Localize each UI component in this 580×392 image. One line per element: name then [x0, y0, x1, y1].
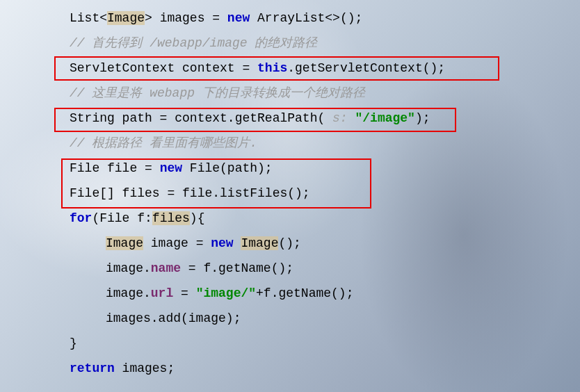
string-literal: "image/": [196, 286, 256, 300]
code-text: ){: [190, 211, 205, 225]
code-text: File[] files = file.listFiles();: [70, 186, 310, 200]
string-literal: "/image": [355, 111, 414, 125]
keyword-this: this: [257, 61, 287, 75]
code-text: image.: [106, 261, 151, 275]
keyword-new: new: [211, 236, 233, 250]
highlighted-type: Image: [241, 236, 278, 250]
code-text: ArrayList<>();: [250, 11, 362, 25]
member-access: name: [151, 261, 181, 275]
code-line-2: // 首先得到 /webapp/image 的绝对路径: [70, 31, 580, 56]
code-text: File(path);: [182, 161, 273, 175]
code-text: File file =: [70, 161, 160, 175]
code-line-9: for(File f:files){: [70, 206, 580, 231]
code-line-12: image.url = "image/"+f.getName();: [70, 281, 580, 306]
code-text: [234, 236, 241, 250]
keyword-for: for: [70, 211, 92, 225]
code-text: ServletContext context =: [70, 61, 257, 75]
member-access: url: [151, 286, 173, 300]
code-text: ();: [278, 236, 300, 250]
code-line-4: // 这里是将 webapp 下的目录转换成一个绝对路径: [70, 81, 580, 106]
highlighted-type: Image: [107, 11, 145, 25]
keyword-return: return: [70, 361, 115, 375]
code-line-10: Image image = new Image();: [70, 231, 580, 256]
code-text: );: [415, 111, 430, 125]
code-text: .getServletContext();: [287, 61, 445, 75]
code-text: image.: [106, 286, 151, 300]
keyword-new: new: [227, 11, 250, 25]
code-text: List<: [70, 11, 107, 25]
code-text: =: [173, 286, 195, 300]
code-text: = f.getName();: [181, 261, 293, 275]
code-line-14: }: [70, 331, 580, 356]
code-text: images;: [115, 361, 175, 375]
code-line-6: // 根据路径 看里面有哪些图片.: [70, 131, 580, 156]
comment-text: // 根据路径 看里面有哪些图片.: [70, 136, 257, 150]
code-editor: List<Image> images = new ArrayList<>(); …: [0, 6, 580, 381]
highlighted-var: files: [152, 211, 190, 225]
code-line-11: image.name = f.getName();: [70, 256, 580, 281]
code-line-3: ServletContext context = this.getServlet…: [70, 56, 580, 81]
comment-text: // 首先得到 /webapp/image 的绝对路径: [70, 36, 317, 50]
code-text: (File f:: [92, 211, 152, 225]
closing-brace: }: [70, 336, 77, 350]
code-text: +f.getName();: [256, 286, 353, 300]
code-line-5: String path = context.getRealPath( s: "/…: [70, 106, 580, 131]
code-line-8: File[] files = file.listFiles();: [70, 181, 580, 206]
code-line-1: List<Image> images = new ArrayList<>();: [70, 6, 580, 31]
code-text: images.add(image);: [106, 311, 241, 325]
param-hint: s:: [325, 111, 355, 125]
code-line-15: return images;: [70, 356, 580, 381]
keyword-new: new: [160, 161, 182, 175]
highlighted-type: Image: [106, 236, 143, 250]
code-text: image =: [143, 236, 211, 250]
code-text: String path = context.getRealPath(: [70, 111, 325, 125]
code-line-7: File file = new File(path);: [70, 156, 580, 181]
comment-text: // 这里是将 webapp 下的目录转换成一个绝对路径: [70, 86, 365, 100]
code-text: > images =: [145, 11, 227, 25]
code-line-13: images.add(image);: [70, 306, 580, 331]
